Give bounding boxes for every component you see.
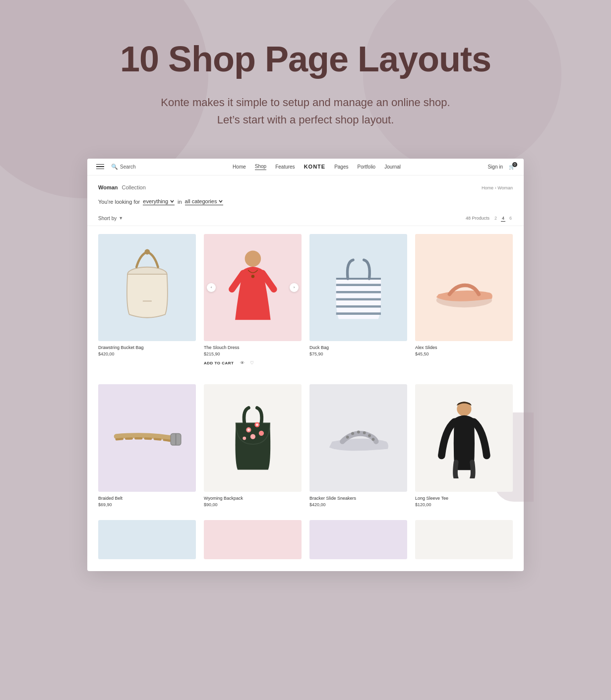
sort-left: Short by ▼ — [98, 216, 123, 221]
search-label: Search — [120, 164, 136, 170]
belt-svg — [111, 398, 184, 478]
chevron-down-icon-2 — [218, 199, 223, 204]
carousel-prev-btn[interactable]: ‹ — [207, 283, 216, 292]
svg-point-19 — [351, 432, 354, 435]
dress-svg — [216, 247, 290, 328]
svg-point-14 — [258, 431, 263, 436]
product-price-2: $215,90 — [204, 351, 302, 356]
product-price-6: $90,00 — [204, 502, 302, 507]
product-img-bg-2 — [204, 234, 302, 342]
products-grid-row1: Drawstring Bucket Bag $420,00 ‹ — [87, 226, 524, 377]
tote-svg — [322, 247, 395, 328]
nav-portfolio[interactable]: Portfolio — [357, 164, 375, 170]
product-card-3[interactable]: Duck Bag $75,90 — [306, 231, 411, 372]
product-name-1: Drawstring Bucket Bag — [98, 345, 196, 350]
navbar: 🔍 Search Home Shop Features KONTE Pages … — [87, 159, 524, 175]
products-count: 48 Products — [466, 216, 489, 221]
product-name-5: Braided Belt — [98, 496, 196, 501]
products-grid-row3 — [87, 517, 524, 571]
svg-point-13 — [250, 434, 255, 439]
product-img-11 — [309, 520, 407, 559]
product-img-10 — [204, 520, 302, 559]
product-card-11[interactable] — [306, 517, 411, 564]
product-img-bg-7 — [309, 384, 407, 492]
col-6-btn[interactable]: 6 — [508, 215, 513, 222]
product-img-3 — [309, 234, 407, 342]
cart-icon-area[interactable]: 🛒 0 — [509, 164, 515, 170]
product-img-12 — [415, 520, 513, 559]
nav-journal[interactable]: Journal — [384, 164, 401, 170]
filter-dropdown-categories[interactable]: all categories — [185, 198, 224, 205]
svg-point-6 — [251, 275, 254, 278]
product-card-9[interactable] — [94, 517, 200, 564]
add-to-cart-btn[interactable]: ADD TO CART — [204, 361, 234, 365]
product-img-9 — [98, 520, 196, 559]
product-img-bg-8 — [415, 384, 513, 492]
cart-icon-wrap: 🛒 0 — [509, 164, 515, 170]
page-title-sub: Collection — [122, 184, 146, 190]
sort-arrow-icon[interactable]: ▼ — [119, 216, 123, 221]
product-img-2: ‹ — [204, 234, 302, 342]
product-card-12[interactable] — [411, 517, 517, 564]
breadcrumb-home[interactable]: Home — [482, 185, 493, 190]
page-header: Woman Collection Home › Woman — [87, 175, 524, 195]
product-img-bg-1 — [98, 234, 196, 342]
product-card-5[interactable]: Braided Belt $69,90 — [94, 381, 200, 512]
breadcrumb-current: Woman — [497, 185, 513, 190]
product-card-2[interactable]: ‹ — [200, 231, 306, 372]
product-img-7 — [309, 384, 407, 492]
svg-point-15 — [243, 437, 246, 440]
quickview-icon[interactable]: 👁 — [239, 359, 245, 366]
hero-title: 10 Shop Page Layouts — [10, 40, 601, 79]
sandal-svg — [428, 247, 501, 328]
nav-brand[interactable]: KONTE — [304, 164, 326, 170]
product-card-6[interactable]: Wyoming Backpack $90,00 — [200, 381, 306, 512]
nav-pages[interactable]: Pages — [334, 164, 348, 170]
hamburger-menu[interactable] — [96, 164, 104, 170]
filter-dropdown-everything[interactable]: everything — [143, 198, 175, 205]
breadcrumb: Home › Woman — [482, 185, 513, 190]
product-img-4 — [415, 234, 513, 342]
nav-links: Home Shop Features KONTE Pages Portfolio… — [146, 164, 488, 170]
product-name-3: Duck Bag — [309, 345, 407, 350]
col-2-btn[interactable]: 2 — [493, 215, 498, 222]
carousel-next-btn[interactable]: › — [290, 283, 299, 292]
search-icon: 🔍 — [111, 164, 118, 170]
hero-subtitle: Konte makes it simple to setup and manag… — [132, 94, 479, 128]
product-card-7[interactable]: Bracker Slide Sneakers $420,00 — [306, 381, 411, 512]
hero-section: 10 Shop Page Layouts Konte makes it simp… — [0, 0, 611, 159]
product-card-8[interactable]: Long Sleeve Tee $120,00 — [411, 381, 517, 512]
sort-bar: Short by ▼ 48 Products 2 4 6 — [87, 212, 524, 226]
wishlist-icon[interactable]: ♡ — [248, 359, 255, 366]
chevron-down-icon — [170, 199, 175, 204]
backpack-svg — [216, 398, 290, 478]
svg-point-3 — [244, 250, 261, 267]
svg-point-16 — [247, 429, 249, 431]
nav-right: Sign in 🛒 0 — [488, 164, 515, 170]
svg-point-1 — [144, 249, 150, 254]
svg-point-17 — [255, 424, 258, 426]
nav-features[interactable]: Features — [275, 164, 295, 170]
filter-prefix: You're looking for — [98, 199, 140, 205]
product-img-bg-5 — [98, 384, 196, 492]
nav-shop[interactable]: Shop — [255, 164, 266, 170]
product-price-3: $75,90 — [309, 351, 407, 356]
product-card-1[interactable]: Drawstring Bucket Bag $420,00 — [94, 231, 200, 372]
product-img-bg-3 — [309, 234, 407, 342]
product-card-10[interactable] — [200, 517, 306, 564]
svg-point-21 — [363, 431, 366, 434]
cart-badge: 0 — [512, 162, 517, 167]
product-img-6 — [204, 384, 302, 492]
hero-subtitle-line1: Konte makes it simple to setup and manag… — [161, 96, 450, 109]
svg-point-20 — [357, 431, 360, 434]
nav-home[interactable]: Home — [233, 164, 246, 170]
sign-in-link[interactable]: Sign in — [488, 164, 503, 170]
sort-right: 48 Products 2 4 6 — [466, 215, 513, 222]
product-img-bg-4 — [415, 234, 513, 342]
search-area[interactable]: 🔍 Search — [111, 164, 136, 170]
shop-window-wrapper: 🔍 Search Home Shop Features KONTE Pages … — [77, 159, 534, 601]
product-price-4: $45,50 — [415, 351, 513, 356]
col-4-btn[interactable]: 4 — [501, 215, 505, 222]
product-card-4[interactable]: Alex Slides $45,50 — [411, 231, 517, 372]
product-name-6: Wyoming Backpack — [204, 496, 302, 501]
